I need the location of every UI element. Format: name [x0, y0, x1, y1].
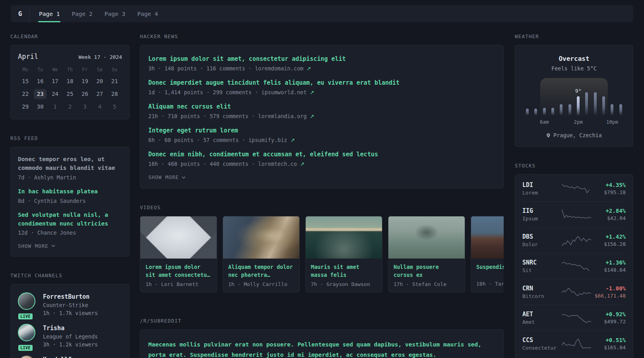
stock-row[interactable]: CRNBitcorn-1.00%$66,171.48 — [522, 279, 626, 305]
chevron-down-icon — [182, 176, 186, 179]
calendar-week-year: Week 17 · 2024 — [78, 54, 122, 60]
time-axis-label: 2pm — [574, 119, 583, 125]
twitch-section: TWITCH CHANNELS LIVEForrestBurtonCounter… — [10, 272, 130, 358]
stock-change: -1.00% — [592, 285, 626, 292]
rss-item-meta: 7d · Ashlyn Martin — [18, 173, 122, 181]
video-meta: 1h · Molly Carrillo — [228, 281, 294, 287]
nav-tab-page-1[interactable]: Page 1 — [38, 5, 60, 22]
stock-id: DBSDolor — [522, 233, 561, 247]
subreddit-post-list: Maecenas mollis pulvinar erat non posuer… — [148, 339, 495, 358]
stock-ticker: LDI — [522, 181, 561, 189]
stock-sparkline — [561, 183, 592, 195]
weather-bar — [526, 109, 529, 115]
calendar-day: 21 — [107, 76, 122, 86]
stock-row[interactable]: CCSConsectetur+0.51%$165.84 — [522, 331, 626, 356]
story-source-link[interactable]: loremlandia.org ↗ — [258, 113, 314, 119]
calendar-day: 24 — [48, 89, 62, 99]
video-thumbnail — [306, 216, 382, 259]
twitch-channel[interactable]: LIVETrishaLeague of Legends3h · 1.2k vie… — [18, 324, 122, 349]
weather-bar — [534, 109, 537, 115]
stock-change: +0.92% — [592, 311, 626, 317]
nav-tab-page-4[interactable]: Page 4 — [136, 5, 159, 22]
video-card[interactable]: Suspendisse sed diam18h · Tara — [471, 216, 504, 292]
reddit-post-title[interactable]: Maecenas mollis pulvinar erat non posuer… — [148, 339, 495, 358]
calendar-header: CALENDAR — [10, 33, 130, 39]
channel-name: Trisha — [43, 324, 98, 333]
stock-ticker: IIG — [522, 207, 561, 214]
story-source-link[interactable]: loremdomain.com ↗ — [255, 65, 311, 72]
stock-values: +0.51%$165.84 — [592, 337, 626, 350]
story-title[interactable]: Donec imperdiet augue tincidunt felis al… — [148, 79, 495, 88]
stock-change: +0.51% — [592, 337, 626, 343]
video-meta: 1h · Lori Barnett — [145, 281, 211, 287]
video-card[interactable]: Lorem ipsum dolor sit amet consectetu…1h… — [140, 216, 217, 292]
nav-tab-page-3[interactable]: Page 3 — [104, 5, 126, 22]
story-title[interactable]: Aliquam nec cursus elit — [148, 103, 495, 111]
weather-bar — [543, 108, 546, 115]
story-source-link[interactable]: ipsumworld.net ↗ — [261, 89, 314, 95]
stock-row[interactable]: IIGIpsum+2.84%$42.04 — [522, 201, 626, 227]
stock-sparkline — [561, 286, 592, 298]
calendar-day-of-week: Fr — [78, 67, 92, 72]
story-meta: 16h · 468 points · 440 comments · loremt… — [148, 160, 495, 168]
weather-bar — [602, 96, 605, 115]
weather-bar — [577, 96, 580, 115]
weather-bar-slot — [591, 80, 599, 115]
video-card[interactable]: Nullam posuere cursus ex17h · Stefan Col… — [388, 216, 465, 292]
stock-id: SNRCSit — [522, 259, 561, 273]
story-title[interactable]: Integer eget rutrum lorem — [148, 126, 495, 135]
stock-row[interactable]: AHS+0.46% — [522, 356, 626, 358]
stock-price: $795.18 — [592, 189, 626, 195]
time-axis-label: 10pm — [606, 119, 618, 125]
nav-tabs: Page 1Page 2Page 3Page 4 — [30, 5, 159, 22]
video-title: Lorem ipsum dolor sit amet consectetu… — [145, 263, 211, 279]
video-card-body: Aliquam tempor dolor nec pharetra…1h · M… — [223, 259, 299, 292]
nav-tab-page-2[interactable]: Page 2 — [71, 5, 93, 22]
video-row: Lorem ipsum dolor sit amet consectetu…1h… — [140, 216, 504, 292]
external-link-icon: ↗ — [291, 137, 295, 143]
rss-item-meta: 8d · Cynthia Saunders — [18, 197, 122, 205]
videos-section: VIDEOS Lorem ipsum dolor sit amet consec… — [140, 204, 504, 292]
stock-ticker: SNRC — [522, 259, 561, 266]
stock-sparkline — [561, 260, 592, 272]
calendar-day: 4 — [92, 102, 107, 112]
twitch-channel-list: LIVEForrestBurtonCounter-Strike1h · 1.7k… — [18, 292, 122, 358]
weather-widget: Overcast Feels like 5°C 9° 6am2pm10pm Pr… — [515, 45, 633, 147]
video-card[interactable]: Aliquam tempor dolor nec pharetra…1h · M… — [223, 216, 300, 292]
weather-bar-slot — [582, 80, 591, 115]
rss-item: Sed volutpat nulla nisl, a condimentum n… — [18, 211, 122, 237]
stock-price: $165.84 — [592, 344, 626, 350]
story-item: Lorem ipsum dolor sit amet, consectetur … — [148, 55, 495, 72]
rss-item-title[interactable]: Donec tempor eros leo, ut commodo mauris… — [18, 155, 122, 173]
story-source-link[interactable]: loremtech.co ↗ — [258, 161, 305, 167]
stock-change: +1.36% — [592, 259, 626, 266]
rss-item-title[interactable]: Sed volutpat nulla nisl, a condimentum n… — [18, 211, 122, 228]
video-card-body: Nullam posuere cursus ex17h · Stefan Col… — [388, 259, 465, 292]
hackernews-show-more-button[interactable]: SHOW MORE — [148, 174, 495, 180]
rss-item-title[interactable]: In hac habitasse platea — [18, 187, 122, 196]
stock-row[interactable]: LDILorem+4.35%$795.18 — [522, 176, 626, 201]
stock-id: LDILorem — [522, 181, 561, 196]
rss-show-more-button[interactable]: SHOW MORE — [18, 243, 122, 249]
weather-bar-slot — [523, 80, 531, 115]
subreddit-widget: Maecenas mollis pulvinar erat non posuer… — [140, 329, 504, 358]
calendar-day-of-week: Tu — [33, 67, 47, 72]
weather-bars — [523, 80, 625, 115]
stocks-section: STOCKS LDILorem+4.35%$795.18IIGIpsum+2.8… — [515, 163, 633, 358]
calendar-day: 2 — [62, 102, 77, 112]
calendar-day: 15 — [18, 76, 33, 86]
stock-row[interactable]: DBSDolor+1.42%$156.28 — [522, 227, 626, 253]
stock-name: Bitcorn — [522, 293, 561, 299]
twitch-channel[interactable]: LIVEForrestBurtonCounter-Strike1h · 1.7k… — [18, 292, 122, 317]
story-title[interactable]: Lorem ipsum dolor sit amet, consectetur … — [148, 55, 495, 64]
twitch-channel[interactable]: KendallCarr — [18, 355, 122, 358]
time-axis-label: 6am — [540, 119, 549, 125]
stock-row[interactable]: AETAmet+0.92%$499.72 — [522, 305, 626, 331]
stock-row[interactable]: SNRCSit+1.36%$148.64 — [522, 253, 626, 279]
story-title[interactable]: Donec enim nibh, condimentum et accumsan… — [148, 150, 495, 159]
stock-name: Dolor — [522, 241, 561, 247]
story-source-link[interactable]: ipsumify.biz ↗ — [248, 137, 295, 143]
weather-bar — [619, 104, 622, 115]
video-card[interactable]: Mauris sit amet massa felis7h · Grayson … — [305, 216, 382, 292]
video-card-body: Lorem ipsum dolor sit amet consectetu…1h… — [140, 259, 217, 292]
